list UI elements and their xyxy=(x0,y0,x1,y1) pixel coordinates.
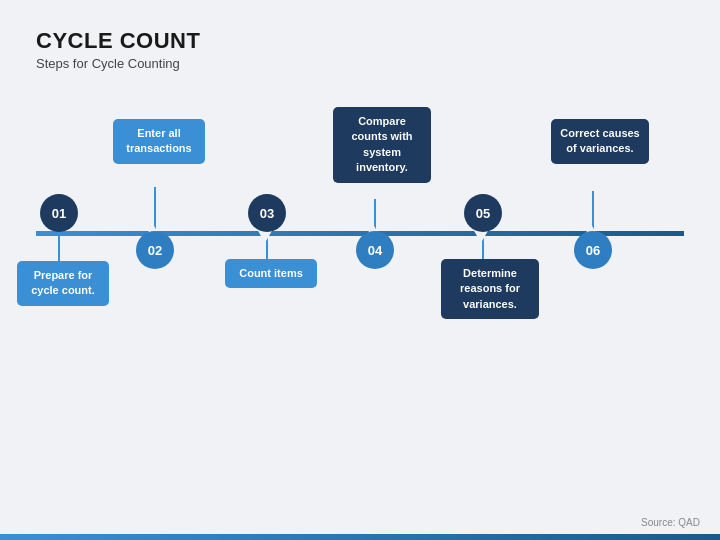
subtitle: Steps for Cycle Counting xyxy=(36,56,684,71)
step-1-card: Prepare for cycle count. xyxy=(17,261,109,306)
step-6-card: Correct causes of variances. xyxy=(551,119,649,164)
source-label: Source: QAD xyxy=(641,517,700,528)
step-4-circle: 04 xyxy=(356,231,394,269)
step-6-circle: 06 xyxy=(574,231,612,269)
title: CYCLE COUNT xyxy=(36,28,684,54)
bottom-accent xyxy=(0,534,720,540)
step-3-circle: 03 xyxy=(248,194,286,232)
diagram: 01 Prepare for cycle count. Enter all tr… xyxy=(36,101,684,371)
step-5-circle: 05 xyxy=(464,194,502,232)
step-1-circle: 01 xyxy=(40,194,78,232)
slide: CYCLE COUNT Steps for Cycle Counting 01 … xyxy=(0,0,720,540)
step-2-card: Enter all transactions xyxy=(113,119,205,164)
step-2-circle: 02 xyxy=(136,231,174,269)
step-4-card: Compare counts with system inventory. xyxy=(333,107,431,183)
step-5-card: Determine reasons for variances. xyxy=(441,259,539,319)
step-3-card: Count items xyxy=(225,259,317,288)
step-1-vline xyxy=(58,232,60,262)
